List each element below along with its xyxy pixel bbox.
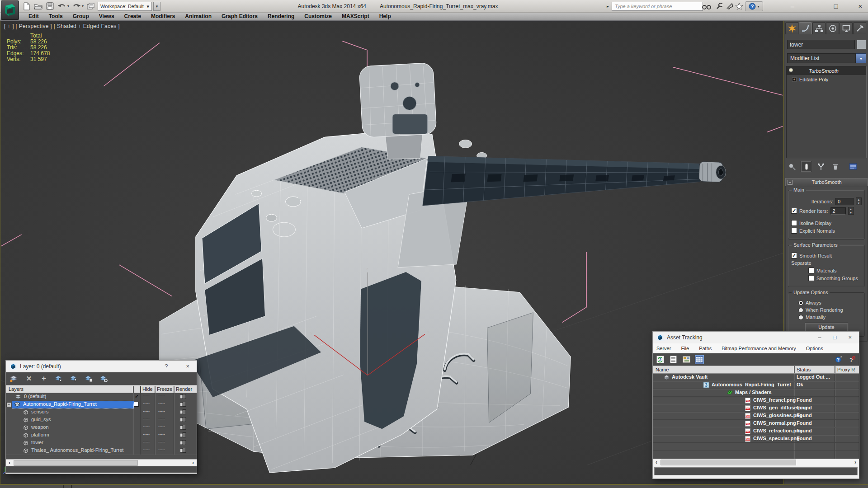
hide-toggle[interactable]: ----- (143, 401, 150, 406)
freeze-toggle[interactable]: ----- (158, 432, 165, 436)
remove-modifier-button[interactable] (830, 161, 841, 172)
menu-server[interactable]: Server (656, 346, 671, 351)
expand-plus-icon[interactable]: + (792, 77, 797, 82)
current-layer-checkbox[interactable] (134, 402, 139, 407)
add-to-layer-button[interactable]: + (38, 374, 49, 384)
project-folder-button[interactable] (86, 1, 95, 11)
workspace-flyout-button[interactable]: ▾ (153, 2, 160, 11)
iterations-spinner[interactable]: ▲▼ (856, 197, 862, 205)
freeze-toggle[interactable]: ----- (158, 417, 165, 421)
asset-row[interactable]: PNG CIWS_specular.png Found (653, 435, 859, 443)
menu-help[interactable]: Help (374, 13, 396, 20)
render-state-icon[interactable] (180, 432, 186, 438)
layer-row-selected[interactable]: − Autonomous_Rapid-Firing_Turret ----- -… (6, 401, 197, 408)
search-input[interactable] (612, 2, 703, 11)
hide-toggle[interactable]: ----- (143, 417, 150, 421)
asset-row[interactable]: 3 Autonomous_Rapid-Firing_Turret_max_vra… (653, 381, 859, 389)
layer-properties-button[interactable] (98, 374, 109, 384)
freeze-toggle[interactable]: ----- (158, 447, 165, 452)
scroll-left-icon[interactable]: ‹ (653, 459, 660, 466)
modifier-list-arrow-button[interactable]: ▾ (856, 53, 866, 63)
asset-row[interactable]: Autodesk Vault Logged Out ... (653, 374, 859, 381)
select-layer-objects-button[interactable] (53, 374, 64, 384)
list-view-button[interactable] (669, 355, 678, 364)
close-button[interactable]: × (854, 1, 866, 11)
minimize-icon[interactable]: – (818, 332, 821, 343)
save-file-button[interactable] (45, 1, 55, 11)
layer-row-guid-sys[interactable]: guid_sys ----- ----- (6, 416, 197, 424)
make-unique-button[interactable] (815, 161, 826, 172)
menu-customize[interactable]: Customize (299, 13, 337, 20)
redo-button[interactable] (71, 1, 81, 11)
hide-toggle[interactable]: ----- (143, 424, 150, 429)
smooth-result-checkbox[interactable]: ✓ (791, 253, 797, 258)
asset-row[interactable]: PNG CIWS_glossines.png Found (653, 412, 859, 420)
render-state-icon[interactable] (180, 448, 186, 454)
modifier-list-dropdown[interactable]: Modifier List (787, 53, 856, 63)
freeze-toggle[interactable]: ----- (158, 394, 165, 398)
isoline-display-checkbox[interactable] (791, 220, 797, 226)
hide-toggle[interactable]: ----- (143, 447, 150, 452)
refresh-bitmaps-button[interactable]: 2 (656, 355, 665, 364)
context-help-icon[interactable]: ? (847, 355, 856, 364)
viewport-label[interactable]: [ + ] [ Perspective ] [ Shaded + Edged F… (4, 23, 120, 29)
hide-toggle[interactable]: ----- (143, 432, 150, 436)
asset-tracking-title-bar[interactable]: Asset Tracking – □ × (653, 332, 859, 343)
undo-dropdown-icon[interactable]: ▾ (67, 4, 69, 8)
menu-animation[interactable]: Animation (180, 13, 217, 20)
tree-view-button[interactable] (682, 355, 691, 364)
menu-views[interactable]: Views (94, 13, 119, 20)
smoothing-groups-checkbox[interactable] (808, 275, 814, 281)
manually-radio[interactable] (798, 315, 803, 320)
menu-bitmap-performance[interactable]: Bitmap Performance and Memory (722, 346, 796, 351)
help-sphere-icon[interactable]: ? (834, 355, 843, 364)
object-name-field[interactable] (787, 40, 855, 49)
hide-toggle[interactable]: ----- (143, 409, 150, 413)
asset-row[interactable]: PNG CIWS_refraction.png Found (653, 427, 859, 435)
scrollbar-thumb[interactable] (14, 460, 138, 466)
layer-horizontal-scrollbar[interactable]: ‹ › (6, 459, 197, 466)
render-iters-spinner[interactable]: ▲▼ (848, 207, 854, 215)
asset-horizontal-scrollbar[interactable]: ‹ › (653, 459, 859, 466)
menu-file[interactable]: File (681, 346, 689, 351)
update-button[interactable]: Update (805, 323, 848, 332)
render-state-icon[interactable] (180, 409, 186, 415)
column-status[interactable]: Status (797, 367, 811, 372)
column-divider[interactable] (155, 386, 155, 393)
render-state-icon[interactable] (180, 417, 186, 423)
object-color-swatch[interactable] (857, 40, 866, 49)
scroll-right-icon[interactable]: › (189, 460, 197, 466)
column-hide[interactable]: Hide (142, 386, 153, 392)
favorites-star-icon[interactable] (733, 1, 745, 11)
minimize-button[interactable]: – (787, 1, 798, 11)
tab-modify[interactable] (799, 22, 812, 34)
rollout-header[interactable]: − TurboSmooth (785, 178, 868, 186)
set-current-layer-button[interactable] (68, 374, 79, 384)
column-divider[interactable] (174, 386, 174, 393)
open-file-button[interactable] (33, 1, 43, 11)
subscription-wrench-icon[interactable] (713, 1, 725, 11)
column-name[interactable]: Name (656, 367, 669, 372)
pin-stack-button[interactable] (786, 161, 797, 172)
menu-modifiers[interactable]: Modifiers (146, 13, 180, 20)
scroll-right-icon[interactable]: › (852, 459, 859, 466)
menu-paths[interactable]: Paths (699, 346, 712, 351)
layer-row-weapon[interactable]: weapon ----- ----- (6, 424, 197, 432)
scroll-left-icon[interactable]: ‹ (6, 460, 13, 466)
render-state-icon[interactable] (180, 402, 186, 408)
menu-graph-editors[interactable]: Graph Editors (217, 13, 263, 20)
asset-row[interactable]: PNG CIWS_normal.png Found (653, 420, 859, 427)
collapse-expander-icon[interactable]: − (6, 402, 11, 407)
render-iters-checkbox[interactable]: ✓ (791, 208, 797, 214)
maximize-button[interactable]: □ (830, 1, 842, 11)
turret-model[interactable] (160, 63, 726, 473)
render-iters-field[interactable]: 2 (830, 207, 846, 215)
asset-row[interactable]: PNG CIWS_fresnel.png Found (653, 397, 859, 404)
column-divider[interactable] (835, 366, 835, 373)
layer-window-title-bar[interactable]: Layer: 0 (default) ? × (6, 361, 197, 372)
menu-group[interactable]: Group (68, 13, 94, 20)
layer-row-tower[interactable]: tower ----- ----- (6, 439, 197, 447)
add-selection-to-layer-button[interactable] (83, 374, 94, 384)
scrollbar-thumb[interactable] (660, 460, 796, 465)
tab-utilities[interactable] (853, 22, 866, 34)
